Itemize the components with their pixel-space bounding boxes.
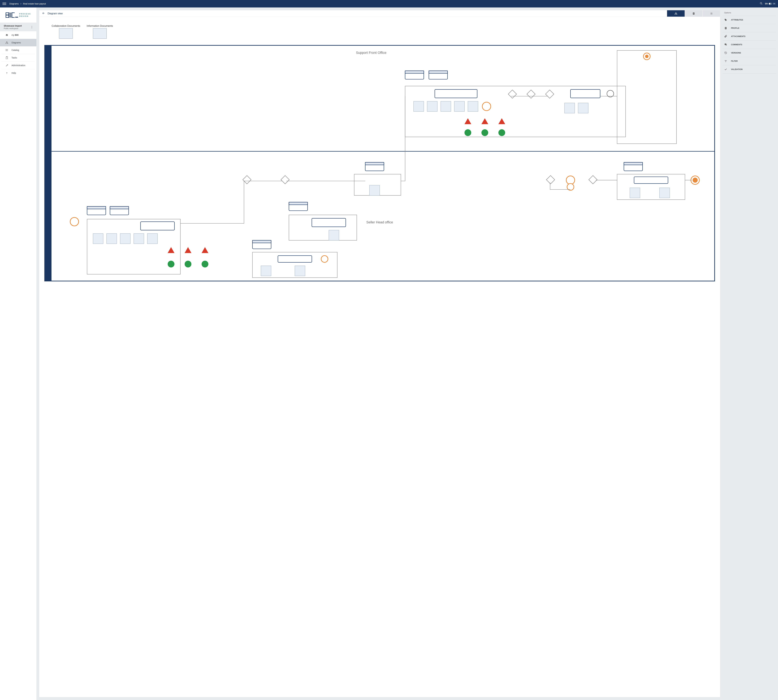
svg-rect-9 bbox=[6, 49, 6, 50]
svg-point-0 bbox=[760, 2, 762, 4]
chevron-right-icon bbox=[20, 2, 22, 5]
document-icon bbox=[724, 27, 727, 30]
tab-list-view[interactable] bbox=[702, 10, 720, 17]
svg-rect-12 bbox=[7, 49, 8, 50]
svg-rect-47 bbox=[435, 90, 477, 98]
option-label: COMMENTS bbox=[731, 43, 742, 46]
sidebar-item-administration[interactable]: Administration bbox=[2, 62, 35, 69]
svg-rect-14 bbox=[7, 51, 8, 51]
svg-marker-80 bbox=[168, 247, 175, 253]
sidebar-item-help[interactable]: ? Help bbox=[2, 69, 35, 77]
sidebar: PROCESS DESIGN Showcase Import Public wo… bbox=[0, 7, 37, 700]
svg-rect-8 bbox=[7, 43, 8, 44]
breadcrumb-root[interactable]: Diagrams bbox=[9, 2, 19, 5]
option-filter[interactable]: FILTER bbox=[723, 57, 776, 65]
svg-point-83 bbox=[168, 261, 175, 268]
option-validation[interactable]: VALIDATION bbox=[723, 65, 776, 73]
svg-text:Information Documents: Information Documents bbox=[87, 24, 113, 27]
svg-rect-10 bbox=[6, 50, 6, 50]
svg-rect-65 bbox=[564, 103, 574, 113]
svg-rect-30 bbox=[711, 14, 712, 14]
svg-rect-77 bbox=[120, 233, 130, 243]
option-versions[interactable]: VERSIONS bbox=[723, 49, 776, 57]
sidebar-item-label: Diagrams bbox=[12, 42, 21, 44]
svg-rect-103 bbox=[295, 266, 305, 276]
svg-rect-5 bbox=[15, 17, 18, 18]
workspace-header: Showcase Import Public workspace bbox=[0, 23, 37, 31]
svg-point-85 bbox=[202, 261, 209, 268]
svg-text:?: ? bbox=[6, 72, 7, 74]
svg-point-25 bbox=[710, 13, 711, 13]
svg-rect-16 bbox=[7, 57, 7, 57]
svg-rect-109 bbox=[624, 162, 643, 165]
svg-rect-19 bbox=[674, 14, 676, 15]
svg-rect-91 bbox=[312, 218, 346, 227]
svg-marker-60 bbox=[481, 118, 488, 124]
svg-rect-100 bbox=[278, 256, 312, 262]
svg-rect-107 bbox=[589, 175, 597, 184]
diagram-canvas[interactable]: Collaboration Documents Information Docu… bbox=[39, 17, 720, 697]
sidebar-item-label: Tasks bbox=[12, 57, 17, 59]
svg-rect-13 bbox=[7, 50, 8, 50]
option-label: VERSIONS bbox=[731, 52, 741, 54]
options-header: Options bbox=[723, 10, 776, 16]
tab-diagram-view[interactable] bbox=[667, 10, 685, 17]
sidebar-item-label: Catalog bbox=[12, 49, 19, 51]
sidebar-item-label: Help bbox=[12, 72, 16, 74]
svg-rect-76 bbox=[107, 233, 117, 243]
svg-point-105 bbox=[566, 176, 575, 185]
svg-rect-112 bbox=[630, 188, 640, 198]
svg-rect-11 bbox=[6, 50, 6, 51]
svg-rect-48 bbox=[508, 90, 517, 98]
search-icon[interactable] bbox=[760, 2, 763, 5]
sidebar-item-catalog[interactable]: Catalog bbox=[2, 47, 35, 54]
clipboard-icon bbox=[5, 56, 8, 59]
svg-point-62 bbox=[464, 129, 471, 136]
svg-text:Collaboration Documents: Collaboration Documents bbox=[52, 24, 80, 27]
option-comments[interactable]: COMMENTS bbox=[723, 41, 776, 49]
svg-point-58 bbox=[482, 102, 491, 111]
comments-icon bbox=[724, 43, 727, 46]
svg-rect-121 bbox=[725, 60, 727, 61]
option-attachments[interactable]: ATTACHMENTS bbox=[723, 32, 776, 41]
svg-rect-104 bbox=[546, 175, 555, 184]
svg-rect-7 bbox=[6, 43, 7, 44]
svg-rect-53 bbox=[414, 101, 424, 112]
svg-rect-45 bbox=[429, 71, 447, 73]
option-attributes[interactable]: ATTRIBUTES bbox=[723, 16, 776, 24]
svg-rect-92 bbox=[329, 230, 339, 240]
lang-en: EN bbox=[765, 3, 768, 5]
svg-rect-89 bbox=[289, 202, 307, 205]
svg-rect-78 bbox=[134, 233, 144, 243]
svg-rect-4 bbox=[10, 13, 10, 18]
option-profile[interactable]: PROFILE bbox=[723, 24, 776, 32]
svg-point-26 bbox=[710, 13, 711, 13]
tab-document-view[interactable] bbox=[685, 10, 702, 17]
back-arrow-icon[interactable] bbox=[42, 12, 45, 15]
more-vert-icon[interactable] bbox=[31, 25, 33, 29]
home-icon bbox=[5, 33, 8, 37]
svg-rect-113 bbox=[659, 188, 670, 198]
sidebar-item-tasks[interactable]: Tasks bbox=[2, 54, 35, 62]
option-label: FILTER bbox=[731, 60, 738, 62]
svg-point-68 bbox=[70, 217, 79, 226]
menu-icon[interactable] bbox=[2, 2, 6, 6]
svg-marker-82 bbox=[202, 247, 209, 253]
tag-icon bbox=[724, 18, 727, 22]
svg-point-101 bbox=[321, 256, 328, 262]
svg-point-106 bbox=[567, 183, 574, 190]
sidebar-item-mybic[interactable]: my BIC bbox=[2, 31, 35, 39]
workspace-subtitle: Public workspace bbox=[4, 27, 22, 30]
wrench-icon bbox=[5, 64, 8, 67]
sidebar-item-diagrams[interactable]: Diagrams bbox=[0, 39, 37, 47]
svg-text:Seller Head office: Seller Head office bbox=[366, 220, 393, 224]
option-label: ATTRIBUTES bbox=[731, 19, 743, 21]
paperclip-icon bbox=[724, 35, 727, 38]
svg-point-64 bbox=[498, 129, 505, 136]
svg-marker-81 bbox=[185, 247, 192, 253]
language-switch[interactable]: EN DE bbox=[765, 3, 776, 5]
logo: PROCESS DESIGN bbox=[0, 7, 37, 23]
svg-rect-87 bbox=[281, 175, 289, 184]
bpmn-diagram[interactable]: Collaboration Documents Information Docu… bbox=[40, 20, 719, 283]
svg-text:Support Front Office: Support Front Office bbox=[356, 51, 387, 55]
